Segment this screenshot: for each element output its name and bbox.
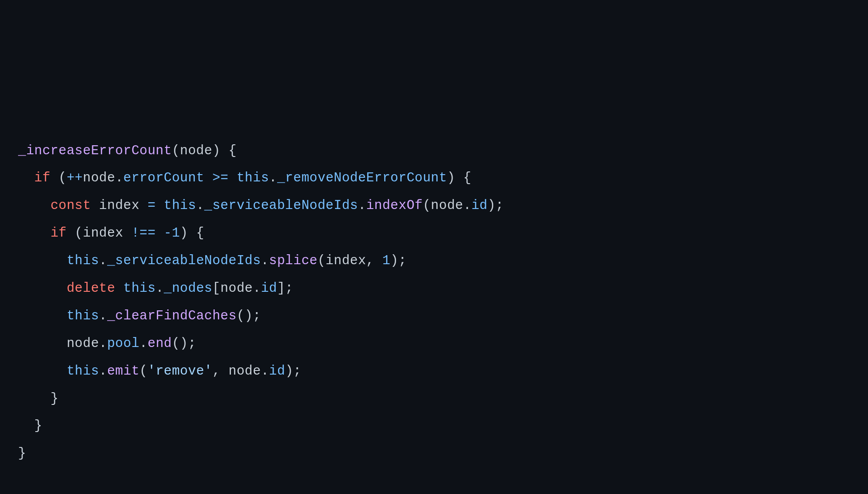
code-line-2: if (++node.errorCount >= this._removeNod… bbox=[34, 171, 472, 185]
keyword-const: const bbox=[51, 198, 91, 213]
operator-increment: ++ bbox=[66, 171, 83, 185]
operator-neq: !== bbox=[132, 226, 156, 241]
paren-close: ) bbox=[285, 364, 293, 379]
method-clearFindCaches: _clearFindCaches bbox=[107, 309, 236, 323]
comma: , bbox=[212, 364, 221, 379]
method-splice: splice bbox=[269, 253, 317, 268]
operator-assign: = bbox=[147, 198, 156, 213]
brace-open: { bbox=[229, 143, 237, 158]
keyword-this: this bbox=[164, 198, 196, 213]
code-block: _increaseErrorCount(node) { if (++node.e… bbox=[18, 138, 850, 468]
keyword-this: this bbox=[66, 364, 99, 379]
bracket-close: ] bbox=[277, 281, 285, 296]
keyword-this: this bbox=[66, 253, 99, 268]
property-pool: pool bbox=[107, 336, 140, 351]
operator-neg: - bbox=[164, 226, 172, 241]
paren-close: ) bbox=[180, 336, 188, 351]
semicolon: ; bbox=[495, 198, 504, 213]
paren-open: ( bbox=[140, 364, 148, 379]
code-line-3: const index = this._serviceableNodeIds.i… bbox=[51, 198, 504, 213]
ident-index: index bbox=[83, 226, 123, 241]
property-id: id bbox=[472, 198, 488, 213]
paren-open: ( bbox=[317, 253, 326, 268]
paren-open: ( bbox=[59, 171, 67, 185]
dot: . bbox=[99, 309, 107, 323]
code-line-4: if (index !== -1) { bbox=[51, 226, 204, 241]
property-id: id bbox=[261, 281, 277, 296]
code-line-8: node.pool.end(); bbox=[66, 336, 196, 351]
keyword-this: this bbox=[123, 281, 156, 296]
string-remove: 'remove' bbox=[147, 364, 212, 379]
brace-open: { bbox=[463, 171, 472, 185]
ident-node: node bbox=[221, 281, 253, 296]
code-line-9: this.emit('remove', node.id); bbox=[66, 364, 301, 379]
comma: , bbox=[366, 253, 374, 268]
brace-open: { bbox=[196, 226, 204, 241]
keyword-this: this bbox=[66, 309, 99, 323]
method-indexOf: indexOf bbox=[366, 198, 423, 213]
keyword-this: this bbox=[236, 171, 269, 185]
code-line-1: _increaseErrorCount(node) { bbox=[18, 143, 236, 158]
ident-index: index bbox=[326, 253, 366, 268]
param-node: node bbox=[180, 143, 212, 158]
brace-close: } bbox=[51, 391, 59, 406]
paren-close: ) bbox=[245, 309, 253, 323]
dot: . bbox=[463, 198, 472, 213]
paren-open: ( bbox=[236, 309, 245, 323]
number-1: 1 bbox=[172, 226, 180, 241]
dot: . bbox=[99, 364, 107, 379]
paren-close: ) bbox=[180, 226, 188, 241]
property-nodes: _nodes bbox=[164, 281, 212, 296]
dot: . bbox=[253, 281, 261, 296]
dot: . bbox=[261, 364, 269, 379]
dot: . bbox=[99, 336, 107, 351]
brace-close: } bbox=[34, 418, 42, 433]
dot: . bbox=[140, 336, 148, 351]
ident-node: node bbox=[83, 171, 115, 185]
paren-close: ) bbox=[212, 143, 221, 158]
dot: . bbox=[196, 198, 204, 213]
property-id: id bbox=[269, 364, 285, 379]
dot: . bbox=[99, 253, 107, 268]
semicolon: ; bbox=[398, 253, 406, 268]
ident-index: index bbox=[99, 198, 140, 213]
semicolon: ; bbox=[253, 309, 261, 323]
paren-open: ( bbox=[172, 336, 180, 351]
semicolon: ; bbox=[188, 336, 196, 351]
keyword-if: if bbox=[34, 171, 51, 185]
keyword-delete: delete bbox=[66, 281, 115, 296]
function-name: _increaseErrorCount bbox=[18, 143, 172, 158]
property-serviceableNodeIds: _serviceableNodeIds bbox=[107, 253, 261, 268]
bracket-open: [ bbox=[212, 281, 221, 296]
property-errorCount: errorCount bbox=[123, 171, 204, 185]
number-1: 1 bbox=[382, 253, 391, 268]
semicolon: ; bbox=[293, 364, 302, 379]
paren-close: ) bbox=[391, 253, 399, 268]
dot: . bbox=[358, 198, 366, 213]
code-line-5: this._serviceableNodeIds.splice(index, 1… bbox=[66, 253, 406, 268]
paren-open: ( bbox=[75, 226, 83, 241]
dot: . bbox=[269, 171, 277, 185]
property-removeNodeErrorCount: _removeNodeErrorCount bbox=[277, 171, 447, 185]
dot: . bbox=[115, 171, 123, 185]
code-line-6: delete this._nodes[node.id]; bbox=[66, 281, 293, 296]
paren-close: ) bbox=[487, 198, 495, 213]
paren-open: ( bbox=[172, 143, 180, 158]
method-emit: emit bbox=[107, 364, 140, 379]
semicolon: ; bbox=[285, 281, 293, 296]
operator-gte: >= bbox=[212, 171, 229, 185]
dot: . bbox=[261, 253, 269, 268]
ident-node: node bbox=[66, 336, 99, 351]
brace-close: } bbox=[18, 446, 26, 461]
property-serviceableNodeIds: _serviceableNodeIds bbox=[204, 198, 358, 213]
code-line-7: this._clearFindCaches(); bbox=[66, 309, 261, 323]
paren-open: ( bbox=[423, 198, 431, 213]
ident-node: node bbox=[229, 364, 261, 379]
keyword-if: if bbox=[51, 226, 67, 241]
paren-close: ) bbox=[447, 171, 455, 185]
ident-node: node bbox=[431, 198, 463, 213]
dot: . bbox=[156, 281, 164, 296]
method-end: end bbox=[147, 336, 172, 351]
